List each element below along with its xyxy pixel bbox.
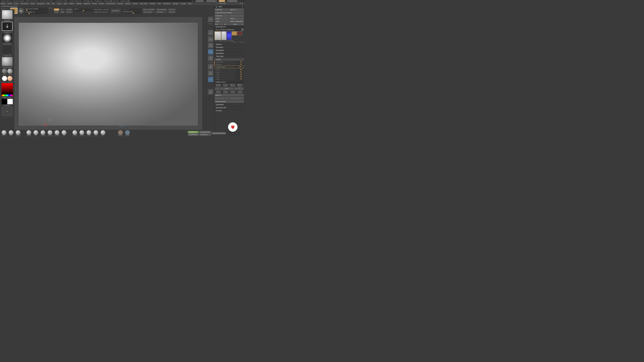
- menu-movie[interactable]: Movie: [92, 3, 97, 4]
- goz-visible-button[interactable]: Visible: [232, 23, 241, 25]
- sym-y-button[interactable]: >Y<: [231, 132, 235, 135]
- ghost-button[interactable]: Ghost: [208, 77, 213, 82]
- draw-size-slider[interactable]: Draw Size 6.39489: [24, 8, 48, 11]
- tool-item-4[interactable]: [237, 31, 242, 35]
- bake-all-button[interactable]: Bake All: [214, 94, 244, 96]
- menu-zplugin[interactable]: Zplugin: [173, 3, 178, 4]
- floating-action-button[interactable]: [228, 122, 238, 132]
- layer-item[interactable]: Layer: [214, 71, 244, 73]
- menu-material[interactable]: Material: [84, 3, 90, 4]
- layer-item[interactable]: Noise base: [214, 61, 244, 63]
- fill-object-button[interactable]: FillObject: [4, 105, 10, 107]
- menu-alpha[interactable]: Alpha: [1, 3, 5, 4]
- alpha-selector[interactable]: [2, 33, 12, 42]
- move-nav-button[interactable]: ✥Move: [208, 30, 213, 35]
- arraymesh-section[interactable]: ArrayMesh: [214, 49, 244, 52]
- shelf-brush-inflat[interactable]: Inflat: [61, 130, 68, 136]
- preview-section[interactable]: Preview: [214, 109, 244, 112]
- menu-stroke[interactable]: Stroke: [133, 3, 138, 4]
- stroke-selector[interactable]: [2, 22, 12, 31]
- layer-down-icon[interactable]: ↓: [223, 84, 228, 87]
- tool-item-1[interactable]: 3: [221, 31, 226, 40]
- shelf-brush-hpolish[interactable]: hPolish: [78, 130, 85, 136]
- transp-button[interactable]: ◐Transp: [208, 70, 213, 76]
- menu-light[interactable]: Light: [64, 3, 67, 4]
- geometryhd-section[interactable]: Geometry HD: [214, 106, 244, 109]
- close-holes-button[interactable]: Close Ho: [168, 8, 176, 11]
- layer-item-current[interactable]: Untitled Layer: [215, 66, 244, 68]
- subtool-section[interactable]: Subtool: [214, 43, 244, 46]
- shelf-brush-claybui[interactable]: ClayBui: [40, 130, 46, 136]
- z-intensity-slider[interactable]: Z Intensity 24: [24, 11, 48, 14]
- backfacemask-button[interactable]: BackfaceMask: [199, 131, 211, 133]
- sym-z-button[interactable]: >Z<: [235, 132, 239, 135]
- seethrough-slider[interactable]: See-through 0: [206, 0, 217, 2]
- lazymouse-button[interactable]: LazyMouse: [188, 131, 199, 133]
- sym-x-button[interactable]: >X<: [226, 132, 230, 135]
- menu-macro[interactable]: Macro: [70, 3, 74, 4]
- import-button[interactable]: Import: [214, 17, 229, 20]
- lightbox-tools[interactable]: Lightbox▶Tools: [214, 25, 244, 28]
- polyf-button[interactable]: ▦PolyF: [208, 64, 213, 69]
- record-deform-button[interactable]: Record Deform: [214, 100, 244, 103]
- rgb-button[interactable]: Rgb: [60, 11, 65, 13]
- shelf-brush-pinch[interactable]: Pinch: [100, 130, 106, 136]
- accucurve-button[interactable]: AccuCurve: [199, 133, 211, 136]
- export-button[interactable]: Export: [229, 17, 244, 20]
- resolution-slider[interactable]: Resolution 528: [122, 10, 142, 13]
- material-flatcol[interactable]: [2, 76, 7, 81]
- shelf-brush-standard[interactable]: Standar: [26, 130, 32, 136]
- menu-saxtools[interactable]: Sax Tools: [140, 3, 147, 4]
- menu-document[interactable]: Document: [21, 3, 28, 4]
- layer-b-icon[interactable]: [223, 91, 228, 93]
- zadd-button[interactable]: Zadd: [54, 8, 59, 11]
- draw-mode-button[interactable]: ⬤: [18, 8, 24, 13]
- menu-marker[interactable]: Marker: [76, 3, 82, 4]
- shelf-brush-move[interactable]: Move: [8, 130, 14, 136]
- layer-del-icon[interactable]: ✕: [239, 87, 244, 90]
- shelf-brush-snakeh[interactable]: SnakeH: [15, 130, 22, 136]
- zoom-nav-button[interactable]: 🔍Zoom3D: [208, 43, 213, 48]
- layer-dup-icon[interactable]: [234, 87, 238, 90]
- nanomesh-section[interactable]: NanoMesh: [214, 52, 244, 55]
- layer-rec-icon[interactable]: ●: [230, 84, 235, 87]
- menu-dynamics[interactable]: Dynamics: [37, 3, 44, 4]
- layer-c-icon[interactable]: [230, 91, 235, 93]
- menu-zscript[interactable]: Zscript: [181, 3, 186, 4]
- layer-swap-icon[interactable]: ⇄: [238, 84, 242, 87]
- goz-all-button[interactable]: All: [224, 23, 232, 25]
- menu-draw[interactable]: Draw: [31, 3, 34, 4]
- shelf-brush-claytut[interactable]: ClayTut: [46, 130, 53, 136]
- goz-r-button[interactable]: R: [241, 23, 244, 25]
- goz-button[interactable]: GoZ: [214, 23, 223, 25]
- dynamesh-button[interactable]: DynaMesh: [110, 9, 121, 12]
- lazyradius-slider[interactable]: LazyRadius 1: [188, 133, 199, 136]
- tool-item-2[interactable]: [226, 31, 232, 40]
- layer-item[interactable]: Wrinkles: [214, 63, 244, 65]
- tool-expand-icon[interactable]: ⤢: [242, 5, 243, 8]
- color-picker[interactable]: [2, 83, 13, 96]
- current-tool-name[interactable]: U4_L1_Polish_NoSimmetria: [214, 28, 241, 31]
- shelf-brush-planar[interactable]: Planar: [86, 130, 92, 136]
- alllow-button[interactable]: All Low: [66, 11, 72, 13]
- clone-button[interactable]: Clone: [214, 20, 229, 23]
- menu-preferences[interactable]: Preferences: [106, 3, 115, 4]
- del-hidden-button[interactable]: Del Hidd: [168, 11, 176, 13]
- thickskin-section[interactable]: Thick Skin: [214, 55, 244, 58]
- user-menu[interactable]: Sax Tools: [219, 3, 226, 4]
- layers-section[interactable]: Layers: [214, 58, 244, 61]
- menu-render[interactable]: Render: [118, 3, 123, 4]
- default-zscript[interactable]: DefaultZScript: [226, 0, 238, 2]
- color-swatch-alt[interactable]: [8, 99, 13, 104]
- menu-help[interactable]: Help: [188, 3, 192, 4]
- solo-button[interactable]: ◉Solo: [208, 89, 213, 94]
- tool-r-button[interactable]: R: [241, 28, 244, 31]
- layer-up-icon[interactable]: ↑: [216, 84, 221, 87]
- menus-toggle[interactable]: Menus: [219, 0, 225, 2]
- menu-tool[interactable]: Tool: [158, 3, 160, 4]
- copy-tool-button[interactable]: Copy Tool: [214, 14, 229, 17]
- persp-button[interactable]: DynamicPersp: [208, 49, 213, 54]
- layer-a-icon[interactable]: [216, 91, 221, 93]
- tool-item-3[interactable]: [232, 31, 237, 35]
- fibermesh-section[interactable]: FiberMesh: [214, 103, 244, 106]
